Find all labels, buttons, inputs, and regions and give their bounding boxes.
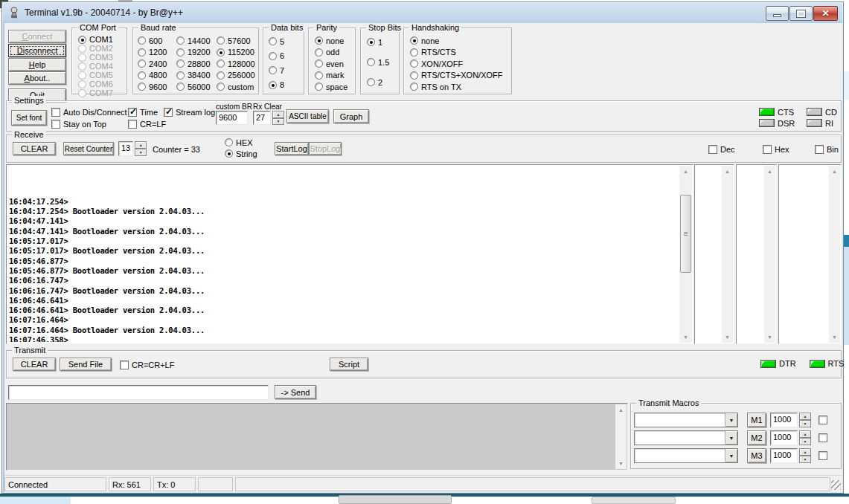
receive-clear-button[interactable]: CLEAR (13, 142, 56, 155)
handshaking-radio[interactable]: none (410, 36, 508, 45)
com-port-radio[interactable]: COM3 (78, 53, 121, 62)
parity-radio[interactable]: none (315, 36, 352, 45)
baud-radio[interactable]: 9600 (138, 82, 173, 91)
spinner-down-icon[interactable]: ▼ (799, 438, 811, 445)
log-scrollbar[interactable]: ▲ ▼ (679, 166, 692, 343)
cr-lf-checkbox[interactable]: CR=LF (128, 119, 166, 129)
disconnect-button[interactable]: Disconnect (8, 44, 66, 57)
hex-checkbox[interactable]: Hex (763, 144, 789, 154)
macro-repeat-checkbox[interactable] (818, 416, 827, 424)
close-button[interactable]: ✕ (813, 6, 838, 21)
baud-radio[interactable]: 19200 (176, 48, 215, 57)
aux-pane-1[interactable]: ▲ ▼ (694, 164, 734, 344)
macro-button[interactable]: M1 (747, 413, 766, 427)
stop-log-button[interactable]: StopLog (309, 142, 342, 155)
data-bits-radio[interactable]: 6 (269, 51, 298, 61)
macro-delay-spinner[interactable]: 1000 ▲ ▼ (770, 448, 811, 463)
com-port-radio[interactable]: COM5 (78, 71, 121, 80)
dropdown-arrow-icon[interactable]: ▼ (725, 431, 737, 445)
scroll-down-icon[interactable]: ▼ (679, 332, 692, 343)
bin-checkbox[interactable]: Bin (815, 144, 839, 154)
transmit-history-pane[interactable]: ▲ ▼ (6, 403, 628, 471)
stop-bits-radio[interactable]: 1 (367, 37, 395, 47)
scroll-up-icon[interactable]: ▲ (722, 166, 733, 177)
resize-grip[interactable] (831, 480, 841, 490)
baud-radio[interactable]: 2400 (138, 59, 173, 68)
scroll-down-icon[interactable]: ▼ (722, 332, 733, 343)
spinner-up-icon[interactable]: ▲ (135, 141, 147, 149)
spinner-down-icon[interactable]: ▼ (799, 456, 811, 463)
com-port-radio[interactable]: COM2 (78, 44, 121, 53)
aux-scrollbar-1[interactable]: ▲ ▼ (722, 166, 733, 343)
handshaking-radio[interactable]: RTS/CTS (410, 48, 508, 57)
reset-counter-button[interactable]: Reset Counter (63, 142, 114, 155)
parity-radio[interactable]: odd (315, 48, 352, 57)
scroll-down-icon[interactable]: ▼ (615, 458, 627, 469)
macro-combobox[interactable]: ▼ (634, 430, 738, 445)
dropdown-arrow-icon[interactable]: ▼ (725, 413, 737, 427)
ascii-table-button[interactable]: ASCII table (286, 109, 329, 123)
macro-repeat-checkbox[interactable] (818, 451, 827, 460)
spinner-up-icon[interactable]: ▲ (272, 111, 284, 118)
scrollbar-track[interactable] (679, 177, 692, 332)
receive-log-pane[interactable]: 16:04:17.254>16:04:17.254> Bootloader ve… (6, 164, 693, 344)
spinner-up-icon[interactable]: ▲ (799, 413, 811, 420)
handshaking-radio[interactable]: RTS on TX (410, 82, 508, 91)
data-bits-radio[interactable]: 7 (269, 65, 298, 75)
baud-radio[interactable]: 1200 (138, 48, 173, 57)
aux-scrollbar-3[interactable]: ▲ ▼ (829, 166, 840, 343)
handshaking-radio[interactable]: XON/XOFF (410, 59, 508, 68)
about-button[interactable]: About.. (8, 71, 66, 85)
connect-button[interactable]: Connect (8, 30, 66, 43)
baud-radio[interactable]: 115200 (217, 48, 257, 57)
receive-mode-radio[interactable]: String (225, 149, 269, 158)
spinner-up-icon[interactable]: ▲ (799, 430, 811, 438)
handshaking-radio[interactable]: RTS/CTS+XON/XOFF (410, 71, 508, 80)
rx-clear-spinner[interactable]: 27 ▲ ▼ (253, 111, 284, 125)
spinner-down-icon[interactable]: ▼ (799, 420, 811, 427)
parity-radio[interactable]: space (315, 82, 352, 91)
spinner-down-icon[interactable]: ▼ (272, 118, 284, 126)
baud-radio[interactable]: 600 (138, 36, 173, 45)
baud-radio[interactable]: 56000 (176, 82, 215, 91)
macro-delay-spinner[interactable]: 1000 ▲ ▼ (770, 413, 811, 427)
macro-combobox[interactable]: ▼ (634, 413, 738, 427)
baud-radio[interactable]: custom (217, 82, 257, 91)
time-checkbox[interactable]: Time (128, 107, 158, 117)
set-font-button[interactable]: Set font (11, 110, 47, 126)
script-button[interactable]: Script (330, 358, 368, 371)
scroll-up-icon[interactable]: ▲ (615, 404, 627, 416)
help-button[interactable]: Help (8, 58, 66, 71)
data-bits-radio[interactable]: 8 (269, 80, 298, 90)
scroll-down-icon[interactable]: ▼ (829, 332, 840, 343)
baud-radio[interactable]: 4800 (138, 71, 173, 80)
scroll-up-icon[interactable]: ▲ (764, 166, 775, 177)
scroll-up-icon[interactable]: ▲ (829, 166, 840, 177)
counter-spinner[interactable]: 13 ▲ ▼ (118, 141, 147, 156)
parity-radio[interactable]: mark (315, 71, 352, 80)
macro-button[interactable]: M2 (747, 430, 766, 445)
minimize-button[interactable] (766, 6, 789, 21)
com-port-radio[interactable]: COM7 (78, 88, 121, 97)
aux-pane-3[interactable]: ▲ ▼ (778, 164, 842, 344)
maximize-button[interactable] (789, 6, 813, 21)
send-button[interactable]: -> Send (275, 385, 316, 399)
baud-radio[interactable]: 57600 (217, 36, 257, 45)
macro-delay-spinner[interactable]: 1000 ▲ ▼ (770, 430, 811, 445)
titlebar[interactable]: Terminal v1.9b - 20040714 - by Br@y++ ✕ (2, 2, 843, 22)
start-log-button[interactable]: StartLog (275, 142, 309, 155)
auto-disconnect-checkbox[interactable]: Auto Dis/Connect (51, 107, 127, 117)
com-port-radio[interactable]: COM4 (78, 62, 121, 71)
scroll-up-icon[interactable]: ▲ (679, 166, 692, 177)
aux-pane-2[interactable]: ▲ ▼ (736, 164, 777, 344)
cr-crlf-checkbox[interactable]: CR=CR+LF (120, 360, 174, 369)
data-bits-radio[interactable]: 5 (269, 36, 298, 46)
macro-repeat-checkbox[interactable] (818, 433, 827, 442)
aux-scrollbar-2[interactable]: ▲ ▼ (764, 166, 775, 343)
parity-radio[interactable]: even (315, 59, 352, 68)
graph-button[interactable]: Graph (333, 109, 369, 123)
macro-combobox[interactable]: ▼ (634, 448, 738, 463)
scroll-down-icon[interactable]: ▼ (764, 332, 775, 343)
transmit-clear-button[interactable]: CLEAR (13, 358, 56, 371)
send-input[interactable] (8, 385, 269, 400)
